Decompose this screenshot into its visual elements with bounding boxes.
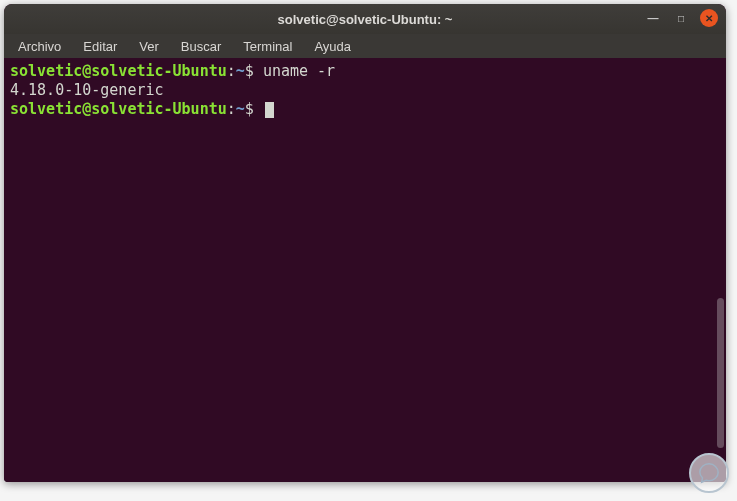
menu-archivo[interactable]: Archivo [8, 37, 71, 56]
menu-buscar[interactable]: Buscar [171, 37, 231, 56]
prompt-path: ~ [236, 100, 245, 118]
prompt-user: solvetic@solvetic-Ubuntu [10, 100, 227, 118]
prompt-user: solvetic@solvetic-Ubuntu [10, 62, 227, 80]
prompt-sep: : [227, 62, 236, 80]
terminal-line: solvetic@solvetic-Ubuntu:~$ uname -r [10, 62, 720, 81]
window-title: solvetic@solvetic-Ubuntu: ~ [278, 12, 453, 27]
menu-editar[interactable]: Editar [73, 37, 127, 56]
terminal-body[interactable]: solvetic@solvetic-Ubuntu:~$ uname -r 4.1… [4, 58, 726, 482]
maximize-button[interactable] [672, 9, 690, 27]
command-text: uname -r [263, 62, 335, 80]
cursor-icon [265, 102, 274, 118]
chat-icon [698, 462, 720, 484]
menu-terminal[interactable]: Terminal [233, 37, 302, 56]
scrollbar[interactable] [717, 298, 724, 448]
prompt-sigil: $ [245, 62, 263, 80]
prompt-sep: : [227, 100, 236, 118]
terminal-line: solvetic@solvetic-Ubuntu:~$ [10, 100, 720, 119]
prompt-path: ~ [236, 62, 245, 80]
titlebar[interactable]: solvetic@solvetic-Ubuntu: ~ [4, 4, 726, 34]
terminal-window: solvetic@solvetic-Ubuntu: ~ Archivo Edit… [4, 4, 726, 482]
terminal-output: 4.18.0-10-generic [10, 81, 720, 100]
minimize-button[interactable] [644, 9, 662, 27]
menu-ayuda[interactable]: Ayuda [304, 37, 361, 56]
window-controls [644, 9, 718, 27]
menubar: Archivo Editar Ver Buscar Terminal Ayuda [4, 34, 726, 58]
chat-help-button[interactable] [689, 453, 729, 493]
close-button[interactable] [700, 9, 718, 27]
menu-ver[interactable]: Ver [129, 37, 169, 56]
prompt-sigil: $ [245, 100, 263, 118]
